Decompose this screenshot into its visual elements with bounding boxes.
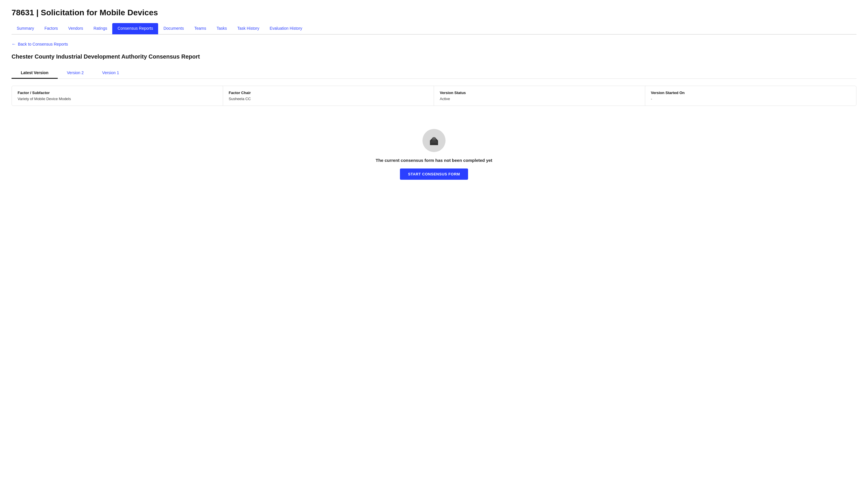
svg-rect-2 (431, 142, 437, 142)
version-tab-v2[interactable]: Version 2 (58, 67, 93, 79)
info-card: Factor / Subfactor Variety of Mobile Dev… (11, 86, 857, 106)
tab-task-history[interactable]: Task History (232, 23, 264, 34)
back-arrow-icon: ← (11, 41, 16, 47)
version-tabs: Latest Version Version 2 Version 1 (11, 67, 857, 79)
start-consensus-form-button[interactable]: START CONSENSUS FORM (400, 168, 468, 180)
back-link-label: Back to Consensus Reports (18, 42, 68, 46)
tab-teams[interactable]: Teams (189, 23, 211, 34)
svg-rect-0 (430, 140, 438, 145)
factor-chair-label: Factor Chair (229, 91, 428, 95)
tab-vendors[interactable]: Vendors (63, 23, 88, 34)
empty-icon-circle (423, 129, 445, 152)
version-status-cell: Version Status Active (434, 86, 645, 106)
report-title: Chester County Industrial Development Au… (11, 53, 857, 61)
version-tab-latest[interactable]: Latest Version (11, 67, 58, 79)
tab-tasks[interactable]: Tasks (211, 23, 232, 34)
factor-subfactor-value: Variety of Mobile Device Models (18, 97, 217, 101)
nav-tabs: Summary Factors Vendors Ratings Consensu… (11, 23, 857, 34)
svg-rect-1 (432, 138, 436, 140)
page-title: 78631 | Solicitation for Mobile Devices (11, 8, 857, 17)
nav-divider (11, 34, 857, 35)
tab-documents[interactable]: Documents (158, 23, 189, 34)
version-status-label: Version Status (440, 91, 639, 95)
version-started-cell: Version Started On - (645, 86, 857, 106)
factor-subfactor-cell: Factor / Subfactor Variety of Mobile Dev… (12, 86, 223, 106)
open-box-icon (428, 135, 440, 146)
empty-state: The current consensus form has not been … (11, 118, 857, 191)
version-started-value: - (651, 97, 851, 101)
empty-state-text: The current consensus form has not been … (376, 158, 492, 163)
factor-chair-cell: Factor Chair Susheela CC (223, 86, 434, 106)
factor-subfactor-label: Factor / Subfactor (18, 91, 217, 95)
tab-ratings[interactable]: Ratings (88, 23, 112, 34)
tab-factors[interactable]: Factors (39, 23, 63, 34)
tab-evaluation-history[interactable]: Evaluation History (264, 23, 307, 34)
factor-chair-value: Susheela CC (229, 97, 428, 101)
version-tab-v1[interactable]: Version 1 (93, 67, 128, 79)
version-started-label: Version Started On (651, 91, 851, 95)
version-status-value: Active (440, 97, 639, 101)
page-wrapper: 78631 | Solicitation for Mobile Devices … (0, 0, 868, 487)
back-link[interactable]: ← Back to Consensus Reports (11, 41, 68, 47)
tab-consensus-reports[interactable]: Consensus Reports (112, 23, 158, 34)
tab-summary[interactable]: Summary (11, 23, 39, 34)
